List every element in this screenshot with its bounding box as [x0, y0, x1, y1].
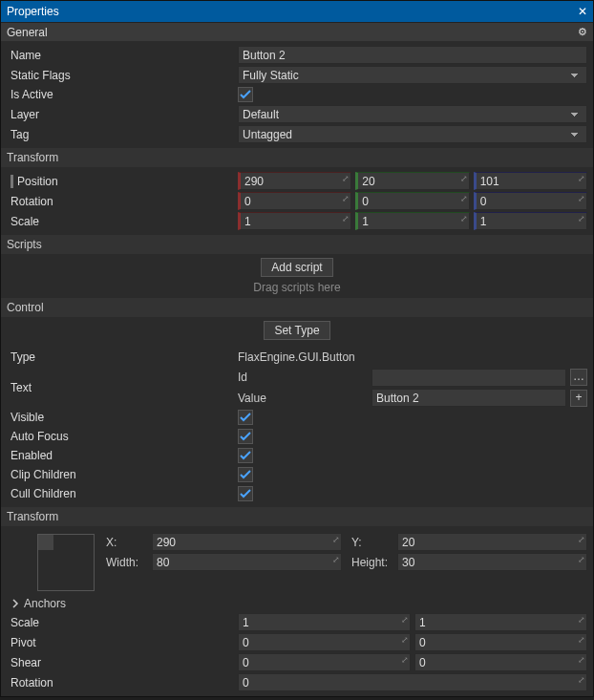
close-icon[interactable]: ✕	[578, 5, 587, 18]
expand-icon[interactable]: ⤢	[342, 214, 350, 223]
rotation-y-input[interactable]	[355, 192, 469, 210]
y-input[interactable]	[397, 533, 587, 551]
expand-icon[interactable]: ⤢	[460, 194, 468, 203]
section-scripts[interactable]: Scripts	[1, 235, 593, 254]
titlebar[interactable]: Properties ✕	[1, 1, 593, 22]
tag-label: Tag	[11, 128, 238, 141]
scripts-hint: Drag scripts here	[253, 281, 340, 294]
width-label: Width:	[106, 556, 146, 569]
anchors-expander[interactable]: Anchors	[5, 595, 593, 612]
width-input[interactable]	[152, 553, 342, 571]
id-label: Id	[238, 371, 371, 384]
scale2-x-input[interactable]	[238, 613, 411, 631]
section-transform2[interactable]: Transform	[1, 507, 593, 526]
is-active-label: Is Active	[11, 88, 238, 101]
position-y-input[interactable]	[355, 172, 469, 190]
expand-icon[interactable]: ⤢	[578, 615, 585, 625]
expand-icon[interactable]: ⤢	[578, 655, 585, 665]
rotation-z-input[interactable]	[474, 192, 587, 210]
expand-icon[interactable]: ⤢	[578, 535, 585, 544]
expand-icon[interactable]: ⤢	[578, 555, 585, 564]
is-active-checkbox[interactable]	[238, 87, 253, 102]
rotation-label: Rotation	[11, 195, 238, 208]
autofocus-checkbox[interactable]	[238, 429, 253, 444]
height-label: Height:	[351, 556, 392, 569]
shear-label: Shear	[11, 656, 238, 669]
expand-icon[interactable]: ⤢	[342, 194, 350, 203]
expand-icon[interactable]: ⤢	[578, 194, 585, 203]
enabled-label: Enabled	[11, 449, 238, 462]
expand-icon[interactable]: ⤢	[460, 174, 468, 183]
name-input[interactable]	[238, 46, 587, 64]
position-z-input[interactable]	[474, 172, 587, 190]
type-label: Type	[11, 350, 238, 364]
id-more-button[interactable]: …	[570, 369, 587, 386]
text-label: Text	[11, 381, 238, 394]
layer-select[interactable]: Default	[238, 105, 587, 123]
y-label: Y:	[351, 536, 392, 549]
expand-icon[interactable]: ⤢	[401, 655, 409, 665]
expand-icon[interactable]: ⤢	[332, 555, 340, 564]
type-value: FlaxEngine.GUI.Button	[238, 350, 587, 364]
scale2-y-input[interactable]	[414, 613, 587, 631]
value-add-button[interactable]: +	[570, 390, 587, 407]
tag-select[interactable]: Untagged	[238, 125, 587, 143]
section-general-title: General	[7, 26, 48, 39]
x-input[interactable]	[152, 533, 342, 551]
height-input[interactable]	[397, 553, 587, 571]
expand-icon[interactable]: ⤢	[401, 615, 409, 625]
rotation2-input[interactable]	[238, 673, 587, 691]
scale-label: Scale	[11, 215, 238, 228]
shear-y-input[interactable]	[414, 653, 587, 671]
visible-checkbox[interactable]	[238, 410, 253, 425]
set-type-button[interactable]: Set Type	[264, 321, 329, 340]
clip-children-label: Clip Children	[11, 468, 238, 481]
chevron-right-icon	[11, 599, 20, 608]
id-input[interactable]	[371, 369, 566, 387]
autofocus-label: Auto Focus	[11, 430, 238, 443]
scale-y-input[interactable]	[355, 212, 469, 230]
x-label: X:	[106, 536, 146, 549]
expand-icon[interactable]: ⤢	[578, 635, 585, 645]
window-title: Properties	[7, 5, 59, 18]
scale-x-input[interactable]	[238, 212, 351, 230]
cull-children-checkbox[interactable]	[238, 486, 253, 501]
expand-icon[interactable]: ⤢	[342, 174, 350, 183]
scale2-label: Scale	[11, 616, 238, 629]
layer-label: Layer	[11, 108, 238, 121]
expand-icon[interactable]: ⤢	[401, 635, 409, 645]
position-label: Position	[11, 175, 238, 188]
name-label: Name	[11, 49, 238, 62]
expand-icon[interactable]: ⤢	[578, 174, 585, 183]
expand-icon[interactable]: ⤢	[578, 675, 585, 685]
expand-icon[interactable]: ⤢	[578, 214, 585, 223]
static-flags-label: Static Flags	[11, 69, 238, 82]
cull-children-label: Cull Children	[11, 487, 238, 500]
clip-children-checkbox[interactable]	[238, 467, 253, 482]
rotation-x-input[interactable]	[238, 192, 351, 210]
anchor-preset[interactable]	[37, 534, 95, 591]
visible-label: Visible	[11, 411, 238, 424]
section-general[interactable]: General ⚙	[1, 22, 593, 41]
expand-icon[interactable]: ⤢	[460, 214, 468, 223]
static-flags-select[interactable]: Fully Static	[238, 66, 587, 84]
shear-x-input[interactable]	[238, 653, 411, 671]
pivot-y-input[interactable]	[414, 633, 587, 651]
position-x-input[interactable]	[238, 172, 351, 190]
expand-icon[interactable]: ⤢	[332, 535, 340, 544]
scale-z-input[interactable]	[474, 212, 587, 230]
section-transform[interactable]: Transform	[1, 148, 593, 167]
pivot-x-input[interactable]	[238, 633, 411, 651]
pivot-label: Pivot	[11, 636, 238, 649]
add-script-button[interactable]: Add script	[261, 258, 332, 277]
value-label: Value	[238, 392, 371, 405]
rotation2-label: Rotation	[11, 676, 238, 689]
section-control[interactable]: Control	[1, 298, 593, 317]
gear-icon[interactable]: ⚙	[578, 26, 587, 38]
enabled-checkbox[interactable]	[238, 448, 253, 463]
value-input[interactable]	[371, 389, 566, 407]
